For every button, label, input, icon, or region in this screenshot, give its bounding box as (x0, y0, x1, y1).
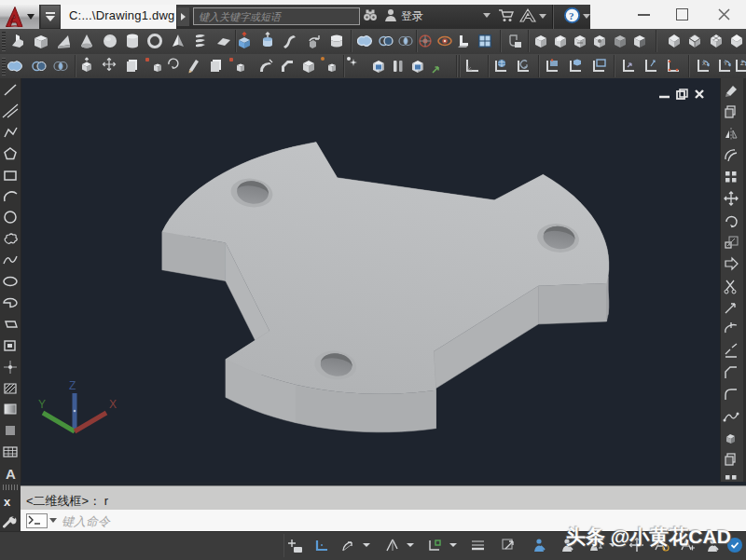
svg-text:Z: Z (740, 61, 744, 66)
svg-text:A: A (6, 466, 16, 482)
svg-text:X: X (109, 398, 117, 411)
svg-text:Y: Y (38, 398, 46, 411)
svg-text:Y: Y (724, 61, 727, 66)
svg-text:Z: Z (69, 379, 76, 392)
svg-text:X: X (702, 61, 706, 66)
svg-text:?: ? (569, 10, 574, 21)
